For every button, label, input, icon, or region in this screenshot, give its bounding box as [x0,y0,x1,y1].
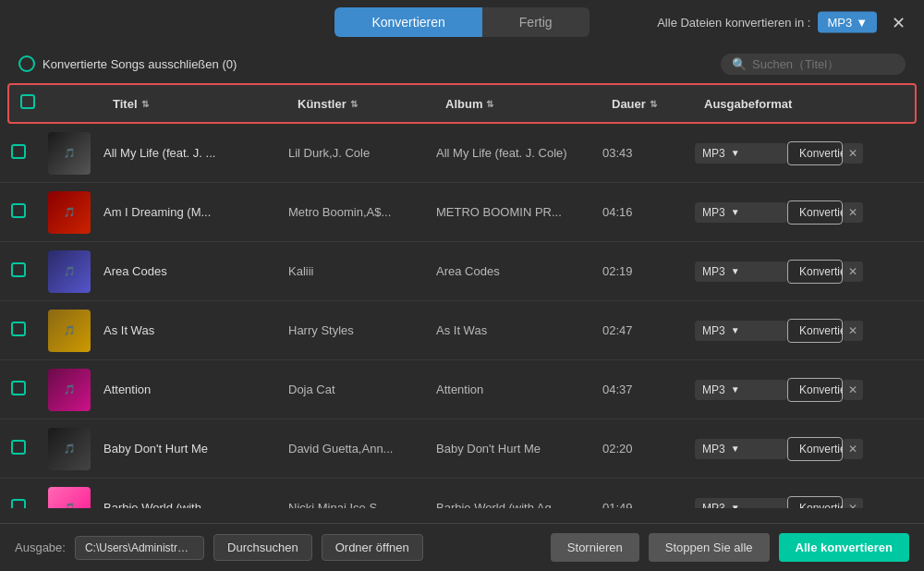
row-checkbox-0[interactable] [11,144,48,163]
table-row: 🎵 Am I Dreaming (M... Metro Boomin,A$...… [0,183,924,242]
song-checkbox-3[interactable] [11,322,26,336]
song-duration-4: 04:37 [602,383,695,396]
song-format-select-1[interactable]: MP3 ▼ [695,202,787,223]
song-title-4: Attention [103,383,288,396]
format-dropdown-arrow-5: ▼ [731,443,740,454]
artist-sort-icon: ⇅ [350,99,358,109]
cancel-button[interactable]: Stornieren [551,533,639,562]
album-art-image-4: 🎵 [48,369,91,411]
format-header: Ausgabeformat [704,97,904,111]
song-duration-2: 02:19 [602,264,695,278]
convert-all-button[interactable]: Alle konvertieren [779,533,910,562]
song-checkbox-0[interactable] [11,144,26,159]
song-convert-button-5[interactable]: Konvertieren [787,437,843,461]
album-art-0: 🎵 [48,132,103,175]
song-convert-button-4[interactable]: Konvertieren [787,378,843,402]
song-album-1: METRO BOOMIN PR... [436,205,602,219]
song-format-select-2[interactable]: MP3 ▼ [695,261,787,282]
stop-all-button[interactable]: Stoppen Sie alle [649,533,770,562]
song-format-select-5[interactable]: MP3 ▼ [695,439,787,459]
table-row: 🎵 Barbie World (with ... Nicki Minaj,Ice… [0,479,924,508]
song-convert-button-2[interactable]: Konvertieren [787,260,843,284]
album-sort-icon: ⇅ [486,99,493,109]
global-format-dropdown[interactable]: MP3 ▼ [818,12,877,33]
table-row: 🎵 Attention Doja Cat Attention 04:37 MP3… [0,360,924,419]
song-title-5: Baby Don't Hurt Me [103,442,288,456]
tab-fertig[interactable]: Fertig [482,7,590,37]
album-art-image-2: 🎵 [48,250,91,293]
song-format-select-4[interactable]: MP3 ▼ [695,380,787,400]
table-row: 🎵 All My Life (feat. J. ... Lil Durk,J. … [0,124,924,183]
open-folder-button[interactable]: Ordner öffnen [322,534,423,561]
title-header[interactable]: Titel ⇅ [113,97,298,111]
song-remove-button-5[interactable]: ✕ [843,439,863,459]
row-checkbox-6[interactable] [11,499,48,509]
album-art-image-3: 🎵 [48,310,91,352]
album-header[interactable]: Album ⇅ [445,97,612,111]
song-format-select-6[interactable]: MP3 ▼ [695,498,787,509]
row-checkbox-5[interactable] [11,440,48,458]
browse-button[interactable]: Durchsuchen [213,534,312,561]
song-convert-button-6[interactable]: Konvertieren [787,496,843,509]
song-album-2: Area Codes [436,264,602,278]
checkbox-header [20,94,57,113]
song-convert-button-1[interactable]: Konvertieren [787,200,843,225]
top-right-controls: Alle Dateien konvertieren in : MP3 ▼ ✕ [657,12,906,33]
select-all-checkbox[interactable] [20,94,35,109]
row-checkbox-4[interactable] [11,381,48,399]
row-checkbox-2[interactable] [11,262,48,281]
duration-sort-icon: ⇅ [650,99,657,109]
song-remove-button-2[interactable]: ✕ [843,261,863,282]
tab-konvertieren[interactable]: Konvertieren [334,7,481,37]
artist-header[interactable]: Künstler ⇅ [298,97,445,111]
song-remove-button-3[interactable]: ✕ [843,321,863,341]
search-box[interactable]: 🔍 [721,54,906,75]
song-duration-0: 03:43 [602,146,695,160]
search-input[interactable] [752,57,894,71]
song-remove-button-6[interactable]: ✕ [843,498,863,509]
song-remove-button-4[interactable]: ✕ [843,380,863,400]
album-art-image-5: 🎵 [48,428,91,470]
song-duration-5: 02:20 [602,442,695,456]
top-bar: Konvertieren Fertig Alle Dateien konvert… [0,0,924,44]
song-remove-button-1[interactable]: ✕ [843,202,863,223]
circle-icon [18,55,35,72]
table-row: 🎵 Area Codes Kaliii Area Codes 02:19 MP3… [0,242,924,301]
song-format-select-3[interactable]: MP3 ▼ [695,321,787,341]
song-duration-1: 04:16 [602,205,695,219]
format-dropdown-arrow-3: ▼ [731,325,740,335]
song-checkbox-4[interactable] [11,381,26,395]
title-sort-icon: ⇅ [141,99,149,109]
format-dropdown-arrow-1: ▼ [731,207,740,217]
output-label: Ausgabe: [15,541,66,554]
song-artist-0: Lil Durk,J. Cole [288,146,436,160]
song-list: 🎵 All My Life (feat. J. ... Lil Durk,J. … [0,124,924,508]
song-artist-4: Doja Cat [288,383,436,396]
row-checkbox-3[interactable] [11,322,48,340]
table-row: 🎵 Baby Don't Hurt Me David Guetta,Ann...… [0,419,924,479]
song-remove-button-0[interactable]: ✕ [843,143,863,164]
album-art-1: 🎵 [48,191,103,234]
table-row: 🎵 As It Was Harry Styles As It Was 02:47… [0,301,924,360]
album-art-6: 🎵 [48,487,103,509]
album-art-image-1: 🎵 [48,191,91,234]
song-convert-button-0[interactable]: Konvertieren [787,141,843,165]
song-title-0: All My Life (feat. J. ... [103,146,288,160]
duration-header[interactable]: Dauer ⇅ [612,97,704,111]
song-checkbox-2[interactable] [11,262,26,277]
song-duration-3: 02:47 [602,323,695,337]
song-checkbox-5[interactable] [11,440,26,455]
exclude-songs-label: Konvertierte Songs ausschließen (0) [18,55,237,72]
song-album-5: Baby Don't Hurt Me [436,442,602,456]
format-dropdown-arrow-4: ▼ [731,384,740,395]
song-format-select-0[interactable]: MP3 ▼ [695,143,787,164]
table-header: Titel ⇅ Künstler ⇅ Album ⇅ Dauer ⇅ Ausga… [7,83,917,124]
song-artist-1: Metro Boomin,A$... [288,205,436,219]
song-title-1: Am I Dreaming (M... [103,205,288,219]
song-convert-button-3[interactable]: Konvertieren [787,319,843,343]
song-checkbox-1[interactable] [11,203,26,218]
album-art-5: 🎵 [48,428,103,470]
row-checkbox-1[interactable] [11,203,48,222]
song-checkbox-6[interactable] [11,499,26,509]
close-button[interactable]: ✕ [892,12,906,32]
